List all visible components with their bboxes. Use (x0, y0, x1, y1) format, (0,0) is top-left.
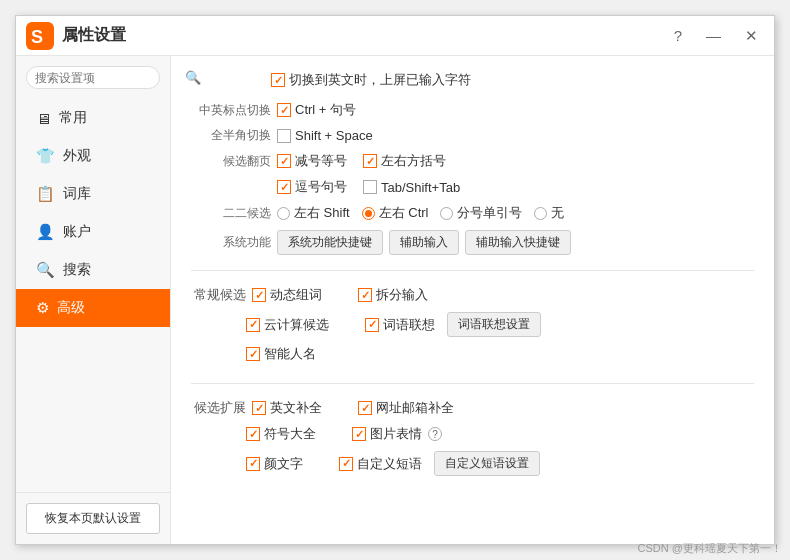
nav-label-search: 搜索 (63, 261, 91, 279)
divider1 (191, 270, 754, 271)
kuozhan-row3: 颜文字 自定义短语 自定义短语设置 (246, 451, 754, 476)
label-22: 二二候选 (191, 205, 271, 222)
radio-semicolon[interactable]: 分号单引号 (440, 204, 522, 222)
nav-label-appearance: 外观 (63, 147, 91, 165)
sidebar-item-search[interactable]: 🔍 搜索 (16, 251, 170, 289)
close-button[interactable]: ✕ (739, 25, 764, 47)
search-input[interactable] (35, 71, 185, 85)
assist-input-button[interactable]: 辅助输入 (389, 230, 459, 255)
brackets-cb-box[interactable] (363, 154, 377, 168)
section-changgui: 常规候选 动态组词 拆分输入 云计算候选 (191, 286, 754, 363)
english-complete-label: 英文补全 (270, 399, 322, 417)
sidebar-item-appearance[interactable]: 👕 外观 (16, 137, 170, 175)
minus-equal-cb-box[interactable] (277, 154, 291, 168)
top-checkbox[interactable] (271, 73, 285, 87)
custom-phrase-label: 自定义短语 (357, 455, 422, 473)
sidebar-item-common[interactable]: 🖥 常用 (16, 99, 170, 137)
tab-shift-label: Tab/Shift+Tab (381, 180, 460, 195)
help-button[interactable]: ? (668, 25, 688, 46)
radio-none[interactable]: 无 (534, 204, 564, 222)
restore-defaults-button[interactable]: 恢复本页默认设置 (26, 503, 160, 534)
row-cn-en-punct: 中英标点切换 Ctrl + 句号 (191, 101, 754, 119)
emoji-checkbox[interactable]: 图片表情 (352, 425, 422, 443)
titlebar: S 属性设置 ? — ✕ (16, 16, 774, 56)
brackets-label: 左右方括号 (381, 152, 446, 170)
radio-left-ctrl-circle[interactable] (362, 207, 375, 220)
url-email-checkbox[interactable]: 网址邮箱补全 (358, 399, 454, 417)
comma-period-label: 逗号句号 (295, 178, 347, 196)
ctrl-period-cb-box[interactable] (277, 103, 291, 117)
word-assoc-settings-button[interactable]: 词语联想设置 (447, 312, 541, 337)
symbols-checkbox[interactable]: 符号大全 (246, 425, 316, 443)
window-title: 属性设置 (62, 25, 126, 46)
radio-none-label: 无 (551, 204, 564, 222)
sidebar-item-dict[interactable]: 📋 词库 (16, 175, 170, 213)
nav-label-advanced: 高级 (57, 299, 85, 317)
split-input-checkbox[interactable]: 拆分输入 (358, 286, 428, 304)
radio-left-ctrl-label: 左右 Ctrl (379, 204, 429, 222)
symbols-cb-box[interactable] (246, 427, 260, 441)
radio-left-shift[interactable]: 左右 Shift (277, 204, 350, 222)
shift-space-checkbox[interactable]: Shift + Space (277, 128, 373, 143)
custom-phrase-settings-button[interactable]: 自定义短语设置 (434, 451, 540, 476)
custom-phrase-checkbox[interactable]: 自定义短语 (339, 455, 422, 473)
comma-period-cb-box[interactable] (277, 180, 291, 194)
dynamic-word-label: 动态组词 (270, 286, 322, 304)
monitor-icon: 🖥 (36, 110, 51, 127)
english-complete-checkbox[interactable]: 英文补全 (252, 399, 322, 417)
radio-semicolon-label: 分号单引号 (457, 204, 522, 222)
dynamic-word-checkbox[interactable]: 动态组词 (252, 286, 322, 304)
radio-semicolon-circle[interactable] (440, 207, 453, 220)
minimize-button[interactable]: — (700, 25, 727, 46)
radio-left-shift-label: 左右 Shift (294, 204, 350, 222)
custom-phrase-cb-box[interactable] (339, 457, 353, 471)
smart-name-checkbox[interactable]: 智能人名 (246, 345, 316, 363)
kuozhan-row2: 符号大全 图片表情 ? (246, 425, 754, 443)
brackets-checkbox[interactable]: 左右方括号 (363, 152, 446, 170)
radio-left-ctrl[interactable]: 左右 Ctrl (362, 204, 429, 222)
tab-shift-checkbox[interactable]: Tab/Shift+Tab (363, 180, 460, 195)
split-input-cb-box[interactable] (358, 288, 372, 302)
radio-none-circle[interactable] (534, 207, 547, 220)
sidebar-item-account[interactable]: 👤 账户 (16, 213, 170, 251)
main-window: S 属性设置 ? — ✕ 🔍 🖥 常用 👕 外观 📋 (15, 15, 775, 545)
sidebar-item-advanced[interactable]: ⚙ 高级 (16, 289, 170, 327)
search-box[interactable]: 🔍 (26, 66, 160, 89)
assist-shortcuts-button[interactable]: 辅助输入快捷键 (465, 230, 571, 255)
kaomoji-cb-box[interactable] (246, 457, 260, 471)
dict-icon: 📋 (36, 185, 55, 203)
cloud-calc-checkbox[interactable]: 云计算候选 (246, 316, 329, 334)
content-area: 🔍 🖥 常用 👕 外观 📋 词库 👤 账户 🔍 搜索 (16, 56, 774, 544)
minus-equal-checkbox[interactable]: 减号等号 (277, 152, 347, 170)
english-complete-cb-box[interactable] (252, 401, 266, 415)
comma-period-checkbox[interactable]: 逗号句号 (277, 178, 347, 196)
cloud-calc-cb-box[interactable] (246, 318, 260, 332)
symbols-label: 符号大全 (264, 425, 316, 443)
emoji-cb-box[interactable] (352, 427, 366, 441)
top-checkbox-label: 切换到英文时，上屏已输入字符 (289, 71, 471, 89)
row-22: 二二候选 左右 Shift 左右 Ctrl 分号单引号 无 (191, 204, 754, 222)
label-fullhalf: 全半角切换 (191, 127, 271, 144)
top-checkbox-item[interactable]: 切换到英文时，上屏已输入字符 (271, 71, 471, 89)
word-assoc-cb-box[interactable] (365, 318, 379, 332)
divider2 (191, 383, 754, 384)
emoji-help-icon[interactable]: ? (428, 427, 442, 441)
row-page1: 候选翻页 减号等号 左右方括号 (191, 152, 754, 170)
main-content: 切换到英文时，上屏已输入字符 中英标点切换 Ctrl + 句号 全半角切换 Sh… (171, 56, 774, 544)
shift-space-cb-box[interactable] (277, 129, 291, 143)
dynamic-word-cb-box[interactable] (252, 288, 266, 302)
ctrl-period-label: Ctrl + 句号 (295, 101, 356, 119)
url-email-cb-box[interactable] (358, 401, 372, 415)
kuozhan-row1: 候选扩展 英文补全 网址邮箱补全 (191, 399, 754, 417)
system-shortcuts-button[interactable]: 系统功能快捷键 (277, 230, 383, 255)
nav-label-dict: 词库 (63, 185, 91, 203)
radio-left-shift-circle[interactable] (277, 207, 290, 220)
kaomoji-checkbox[interactable]: 颜文字 (246, 455, 303, 473)
label-system: 系统功能 (191, 234, 271, 251)
ctrl-period-checkbox[interactable]: Ctrl + 句号 (277, 101, 356, 119)
row-page2: 逗号句号 Tab/Shift+Tab (191, 178, 754, 196)
smart-name-cb-box[interactable] (246, 347, 260, 361)
word-assoc-checkbox[interactable]: 词语联想 (365, 316, 435, 334)
split-input-label: 拆分输入 (376, 286, 428, 304)
tab-shift-cb-box[interactable] (363, 180, 377, 194)
